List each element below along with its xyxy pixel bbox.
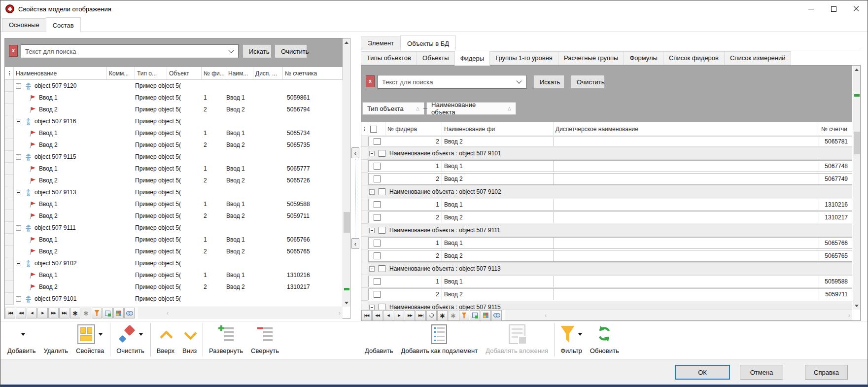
subtab-objects[interactable]: Объекты — [417, 51, 455, 65]
select-all-checkbox[interactable] — [370, 126, 377, 133]
tree-row[interactable]: object 507 9101Пример object 5( — [5, 293, 343, 305]
navigator-last-button[interactable]: ▶▶| — [416, 310, 426, 321]
navigator-append-button[interactable]: ∗ — [70, 308, 80, 318]
row-checkbox[interactable] — [374, 291, 381, 298]
table-row[interactable]: 2Ввод 25059711 — [361, 288, 852, 301]
collapse-group-icon[interactable] — [369, 305, 375, 310]
table-row[interactable]: 2Ввод 25065781 — [361, 136, 852, 147]
left-search-combo[interactable] — [21, 44, 239, 58]
tree-row[interactable]: Ввод 2Пример object 5(2Ввод 25065726 — [5, 175, 343, 186]
group-checkbox[interactable] — [379, 188, 385, 195]
group-checkbox[interactable] — [379, 304, 385, 310]
table-row[interactable]: 2Ввод 21310217 — [361, 211, 852, 224]
subtab-measure-list[interactable]: Список измерений — [724, 51, 791, 65]
collapse-node-icon[interactable] — [16, 225, 21, 231]
navigator-refresh-button[interactable] — [426, 310, 437, 321]
navigator-next-button[interactable]: ▶ — [37, 308, 48, 318]
navigator-prev-page-button[interactable]: ◀◀ — [16, 308, 26, 318]
row-checkbox[interactable] — [374, 252, 381, 259]
table-row[interactable]: 1Ввод 15067748 — [361, 160, 852, 173]
right-column-header[interactable]: № фидера — [385, 122, 442, 136]
tree-row[interactable]: Ввод 1Пример object 5(1Ввод 15059861 — [5, 92, 343, 104]
subtab-calc-groups[interactable]: Расчетные группы — [558, 51, 624, 65]
right-search-input[interactable] — [378, 78, 515, 86]
table-row[interactable]: 1Ввод 15059588 — [361, 275, 852, 288]
splitter-collapse-top-icon[interactable]: ‹ — [351, 147, 359, 158]
splitter-collapse-bottom-icon[interactable]: ‹ — [351, 238, 359, 249]
tree-row[interactable]: object 507 9102Пример object 5( — [5, 257, 343, 269]
navigator-first-button[interactable]: |◀◀ — [361, 310, 372, 321]
splitter-handle[interactable] — [355, 159, 355, 237]
tree-row[interactable]: Ввод 2Пример object 5(2Ввод 25056794 — [5, 104, 343, 115]
left-clear-button[interactable]: Очистить — [275, 44, 307, 58]
navigator-first-button[interactable]: |◀◀ — [5, 308, 15, 318]
panel-splitter[interactable]: ‹ ‹ — [351, 147, 359, 249]
group-checkbox[interactable] — [379, 150, 385, 157]
left-search-reset-icon[interactable] — [9, 45, 18, 57]
left-expand-button[interactable]: Развернуть — [205, 322, 247, 354]
maximize-button[interactable] — [822, 0, 845, 17]
right-filter-button[interactable]: Фильтр — [556, 322, 586, 354]
row-checkbox[interactable] — [374, 278, 381, 285]
left-search-dropdown-icon[interactable] — [228, 47, 234, 53]
group-row[interactable]: Наименование объекта : object 507 9102 — [361, 185, 852, 198]
navigator-find-button[interactable] — [491, 310, 502, 321]
right-search-reset-icon[interactable] — [366, 75, 375, 87]
subtab-formulas[interactable]: Формулы — [624, 51, 663, 65]
left-delete-button[interactable]: Удалить — [39, 322, 72, 354]
left-clear-button[interactable]: Очистить — [112, 322, 148, 354]
navigator-prev-button[interactable]: ◀ — [27, 308, 37, 318]
dropdown-arrow-icon[interactable] — [139, 333, 143, 338]
tree-row[interactable]: Ввод 1Пример object 5(1Ввод 15065777 — [5, 163, 343, 175]
left-column-header[interactable]: Наим... — [226, 67, 253, 79]
scroll-down-icon[interactable] — [853, 302, 860, 310]
group-by-chip-object-name[interactable]: Наименование объекта△ — [426, 102, 516, 115]
help-button[interactable]: Справка — [805, 365, 848, 380]
group-checkbox[interactable] — [379, 265, 385, 272]
scroll-left-icon[interactable]: ‹ — [545, 312, 547, 319]
left-column-header[interactable]: № фи... — [202, 67, 226, 79]
group-row[interactable]: Наименование объекта : object 507 9115 — [361, 301, 852, 310]
scroll-right-icon[interactable]: › — [848, 312, 850, 319]
navigator-prev-page-button[interactable]: ◀◀ — [372, 310, 382, 321]
subtab-feeders[interactable]: Фидеры — [454, 51, 490, 66]
tree-row[interactable]: Ввод 2Пример object 5(2Ввод 25065765 — [5, 246, 343, 257]
navigator-prev-button[interactable]: ◀ — [383, 310, 393, 321]
navigator-find-button[interactable] — [124, 308, 135, 318]
tree-row[interactable]: object 507 9115Пример object 5( — [5, 151, 343, 163]
left-properties-button[interactable]: Свойства — [72, 322, 108, 354]
tree-row[interactable]: object 507 9116Пример object 5( — [5, 115, 343, 127]
subtab-object-types[interactable]: Типы объектов — [361, 51, 417, 65]
tree-row[interactable]: object 507 9120Пример object 5( — [5, 80, 343, 92]
tree-row[interactable]: object 507 9111Пример object 5( — [5, 222, 343, 234]
right-add-as-subelement-button[interactable]: Добавить как подэлемент — [397, 322, 482, 354]
collapse-node-icon[interactable] — [16, 261, 21, 266]
scroll-down-icon[interactable] — [343, 299, 350, 307]
scroll-up-icon[interactable] — [343, 38, 350, 46]
collapse-node-icon[interactable] — [16, 154, 21, 160]
row-checkbox[interactable] — [374, 214, 381, 221]
scroll-up-icon[interactable] — [853, 66, 860, 73]
column-chooser-icon[interactable] — [5, 67, 14, 79]
left-column-header[interactable]: Наименование — [14, 67, 107, 79]
right-column-header[interactable]: № счетчи — [819, 122, 852, 136]
right-refresh-button[interactable]: Обновить — [586, 322, 623, 354]
navigator-layout-button[interactable] — [113, 308, 124, 318]
left-search-input[interactable] — [21, 48, 227, 55]
row-checkbox[interactable] — [374, 138, 381, 145]
tree-row[interactable]: Ввод 2Пример object 5(2Ввод 25059711 — [5, 210, 343, 222]
tree-row[interactable]: Ввод 1Пример object 5(1Ввод 11310216 — [5, 269, 343, 281]
horizontal-scrollbar[interactable]: ‹› — [505, 310, 852, 320]
navigator-filter-button[interactable] — [459, 310, 469, 321]
scroll-right-icon[interactable]: › — [339, 310, 341, 317]
subtab-feeder-list[interactable]: Список фидеров — [663, 51, 725, 65]
column-chooser-icon[interactable] — [361, 122, 368, 136]
navigator-last-button[interactable]: ▶▶| — [59, 308, 69, 318]
left-column-header[interactable]: Комм... — [107, 67, 135, 79]
table-row[interactable]: 2Ввод 25067749 — [361, 173, 852, 185]
navigator-filter-button[interactable] — [92, 308, 102, 318]
subtab-level1-groups[interactable]: Группы 1-го уровня — [489, 51, 558, 65]
scrollbar-thumb[interactable] — [344, 212, 350, 233]
left-up-button[interactable]: Вверх — [153, 322, 178, 354]
group-checkbox[interactable] — [379, 227, 385, 234]
